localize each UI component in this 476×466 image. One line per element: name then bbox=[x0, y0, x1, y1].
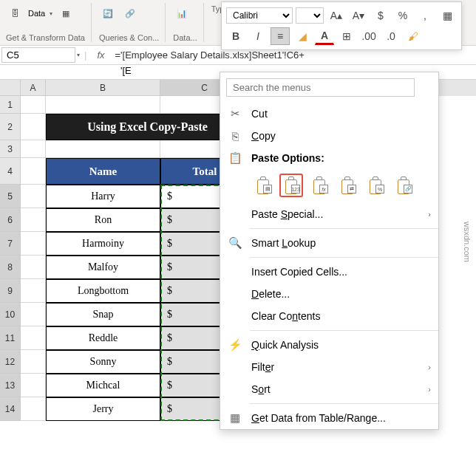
align-center-button[interactable]: ≡ bbox=[271, 27, 290, 45]
increase-font-icon[interactable]: A▴ bbox=[327, 7, 346, 24]
name-cell[interactable]: Jerry bbox=[46, 397, 160, 421]
copy-icon: ⎘ bbox=[226, 129, 244, 143]
connections-icon[interactable]: 🔗 bbox=[121, 4, 139, 22]
ctx-clear-contents[interactable]: Clear Contents bbox=[220, 305, 438, 327]
col-header-b[interactable]: B bbox=[46, 80, 160, 96]
row-header[interactable]: 8 bbox=[0, 256, 21, 279]
name-cell[interactable]: Harmoiny bbox=[46, 232, 160, 256]
name-box[interactable] bbox=[1, 47, 75, 63]
name-cell[interactable]: Snap bbox=[46, 303, 160, 326]
row-header[interactable]: 1 bbox=[0, 96, 21, 114]
name-cell[interactable]: Malfoy bbox=[46, 256, 160, 279]
header-name[interactable]: Name bbox=[46, 158, 160, 185]
ctx-smart-lookup[interactable]: 🔍 Smart Lookup bbox=[220, 232, 438, 254]
font-select[interactable]: Calibri bbox=[226, 7, 293, 24]
percent-icon[interactable]: % bbox=[393, 7, 412, 24]
increase-decimal-icon[interactable]: .00 bbox=[359, 27, 378, 45]
row-header[interactable]: 7 bbox=[0, 232, 21, 256]
chevron-right-icon: › bbox=[428, 363, 431, 371]
row-headers: 1 2 3 4 5 6 7 8 9 10 11 12 13 14 bbox=[0, 96, 21, 421]
name-cell[interactable]: Longbottom bbox=[46, 279, 160, 303]
ctx-quick-analysis[interactable]: ⚡ Quick Analysis bbox=[220, 334, 438, 356]
table-icon: ▦ bbox=[226, 411, 244, 425]
comma-icon[interactable]: , bbox=[415, 7, 435, 24]
ctx-delete[interactable]: Delete... bbox=[220, 283, 438, 305]
fx-icon[interactable]: fx bbox=[91, 49, 110, 61]
ribbon-group-queries: 🔄 🔗 Queries & Con... bbox=[98, 3, 166, 42]
format-painter-icon[interactable]: 🖌 bbox=[404, 27, 423, 45]
grid[interactable]: Using Excel Copy-Paste NameTotal Harry$ … bbox=[21, 96, 249, 421]
currency-icon[interactable]: $ bbox=[371, 7, 390, 24]
from-table-icon[interactable]: ▦ bbox=[57, 4, 75, 22]
col-header-a[interactable]: A bbox=[21, 80, 46, 96]
row-header[interactable]: 2 bbox=[0, 114, 21, 140]
ctx-get-data-table[interactable]: ▦ Get Data from Table/Range... bbox=[220, 407, 438, 429]
clipboard-icon: 📋 bbox=[226, 151, 244, 165]
quick-analysis-icon: ⚡ bbox=[226, 337, 244, 352]
row-header[interactable]: 5 bbox=[0, 185, 21, 208]
ctx-paste-heading: 📋 Paste Options: bbox=[220, 147, 438, 169]
name-cell[interactable]: Sonny bbox=[46, 350, 160, 374]
ctx-cut[interactable]: ✂ Cut bbox=[220, 103, 438, 125]
chevron-right-icon: › bbox=[428, 210, 431, 219]
ctx-filter[interactable]: Filter › bbox=[220, 356, 438, 378]
paste-formulas-button[interactable]: fx bbox=[307, 174, 331, 197]
context-search-input[interactable] bbox=[226, 78, 415, 97]
row-header[interactable]: 11 bbox=[0, 326, 21, 350]
ribbon-group-get-transform: 🗄 Data ▾ ▦ Get & Transform Data bbox=[4, 3, 92, 42]
paste-transpose-button[interactable]: ⇄ bbox=[336, 174, 359, 197]
font-size-select[interactable]: 11 bbox=[296, 7, 324, 24]
font-color-button[interactable]: A bbox=[315, 27, 334, 45]
cut-icon: ✂ bbox=[226, 106, 244, 121]
borders-button[interactable]: ⊞ bbox=[337, 27, 356, 45]
decrease-font-icon[interactable]: A▾ bbox=[349, 7, 368, 24]
group-label: Data... bbox=[173, 33, 197, 42]
row-header[interactable]: 3 bbox=[0, 140, 21, 158]
watermark: wsxdn.com bbox=[463, 222, 472, 262]
data-dropdown[interactable]: Data bbox=[28, 9, 45, 18]
row-header[interactable]: 9 bbox=[0, 279, 21, 303]
decrease-decimal-icon[interactable]: .0 bbox=[381, 27, 401, 45]
name-cell[interactable]: Ron bbox=[46, 208, 160, 232]
row-header[interactable]: 10 bbox=[0, 303, 21, 326]
search-icon: 🔍 bbox=[226, 236, 244, 250]
stocks-icon[interactable]: 📊 bbox=[173, 4, 191, 22]
context-menu: ✂ Cut ⎘ Copy 📋 Paste Options: ▤ 123 fx ⇄… bbox=[220, 72, 439, 430]
ctx-copy[interactable]: ⎘ Copy bbox=[220, 125, 438, 147]
ribbon-group-data: 📊 Data... bbox=[171, 3, 203, 42]
chevron-right-icon: › bbox=[428, 385, 431, 394]
paste-options-row: ▤ 123 fx ⇄ % 🔗 bbox=[220, 169, 438, 203]
paste-formatting-button[interactable]: % bbox=[364, 174, 387, 197]
name-cell[interactable]: Michcal bbox=[46, 374, 160, 397]
paste-values-button[interactable]: 123 bbox=[279, 174, 303, 197]
group-label: Get & Transform Data bbox=[6, 33, 85, 42]
row-header[interactable]: 4 bbox=[0, 158, 21, 185]
ctx-insert-copied[interactable]: Insert Copied Cells... bbox=[220, 261, 438, 283]
group-label: Queries & Con... bbox=[99, 33, 159, 42]
ctx-sort[interactable]: Sort › bbox=[220, 378, 438, 400]
row-header[interactable]: 13 bbox=[0, 374, 21, 397]
row-header[interactable]: 6 bbox=[0, 208, 21, 232]
formula-bar-line2: '[E bbox=[116, 65, 132, 79]
chevron-down-icon: ▾ bbox=[50, 10, 52, 17]
refresh-icon[interactable]: 🔄 bbox=[99, 4, 117, 22]
data-icon[interactable]: 🗄 bbox=[6, 4, 24, 22]
name-cell[interactable]: Harry bbox=[46, 185, 160, 208]
title-cell[interactable]: Using Excel Copy-Paste bbox=[46, 114, 249, 140]
row-header[interactable]: 12 bbox=[0, 350, 21, 374]
paste-all-button[interactable]: ▤ bbox=[251, 174, 275, 197]
italic-button[interactable]: I bbox=[248, 27, 268, 45]
row-header[interactable]: 14 bbox=[0, 397, 21, 421]
ctx-paste-special[interactable]: Paste Special... › bbox=[220, 203, 438, 225]
paste-link-button[interactable]: 🔗 bbox=[392, 174, 415, 197]
fill-color-button[interactable]: ◢ bbox=[293, 27, 312, 45]
conditional-format-icon[interactable]: ▦ bbox=[438, 7, 457, 24]
bold-button[interactable]: B bbox=[226, 27, 245, 45]
mini-toolbar: Calibri 11 A▴ A▾ $ % , ▦ B I ≡ ◢ A ⊞ .00… bbox=[221, 1, 462, 50]
select-all-corner[interactable] bbox=[0, 80, 21, 96]
name-cell[interactable]: Reddle bbox=[46, 326, 160, 350]
